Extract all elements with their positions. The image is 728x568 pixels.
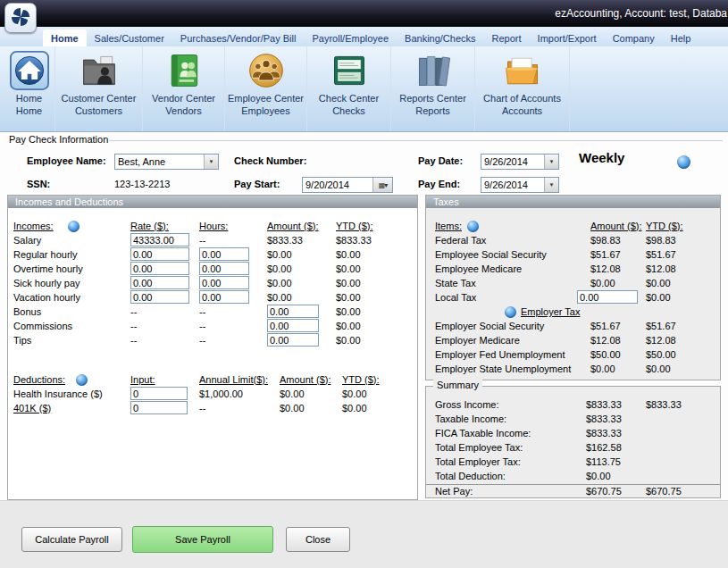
- title-bar: ezAccounting, Account: test, Databa: [0, 0, 728, 27]
- salary-rate-input[interactable]: [130, 233, 189, 246]
- vacation-hourly-rate-input[interactable]: [130, 290, 189, 304]
- pay-date-select[interactable]: 9/26/2014 ▼: [481, 154, 559, 170]
- chevron-down-icon: ▼: [544, 178, 558, 192]
- income-hours: --: [199, 334, 267, 347]
- toolbar-item-title: Customer Center: [62, 92, 137, 104]
- sick-hourly-hours-input[interactable]: [199, 276, 249, 289]
- tab-payroll-employee[interactable]: Payroll/Employee: [304, 29, 397, 46]
- employee-name-value: Best, Anne: [115, 155, 204, 169]
- items-column-header: Items:: [435, 221, 462, 231]
- check-number-input[interactable]: [314, 154, 395, 170]
- toolbar-item-customer-center[interactable]: Customer Center Customers: [55, 46, 143, 131]
- toolbar: Home Home Customer Center Customers: [0, 46, 728, 132]
- sick-hourly-rate-input[interactable]: [130, 276, 189, 289]
- deduction-ytd: $0.00: [342, 402, 417, 415]
- menu-bar: Home Sales/Customer Purchases/Vendor/Pay…: [0, 27, 728, 46]
- taxes-panel-title: Taxes: [426, 196, 720, 208]
- summary-label: Total Employer Tax:: [435, 455, 586, 469]
- pay-start-datepicker[interactable]: 9/20/2014 ▦▾: [302, 177, 393, 193]
- toolbar-item-subtitle: Accounts: [502, 104, 542, 117]
- ytd-column-header: YTD ($):: [336, 220, 417, 233]
- deductions-help-globe-icon[interactable]: [76, 374, 88, 386]
- tax-amount: $12.08: [590, 334, 646, 347]
- tab-company[interactable]: Company: [605, 29, 663, 46]
- toolbar-item-chart-of-accounts[interactable]: Chart of Accounts Accounts: [475, 46, 570, 131]
- tab-home[interactable]: Home: [43, 29, 87, 46]
- income-label: Overtime hourly: [13, 263, 130, 276]
- summary-ytd: $833.33: [646, 398, 720, 412]
- deduction-row-401k: 401K ($) -- $0.00 $0.00: [8, 401, 417, 415]
- income-hours: --: [199, 305, 267, 319]
- summary-row-taxable-income: Taxable Income: $833.33: [426, 412, 720, 426]
- k401-input[interactable]: [130, 401, 188, 414]
- income-ytd: $0.00: [336, 248, 417, 262]
- employee-name-select[interactable]: Best, Anne ▼: [114, 154, 219, 170]
- pay-end-select[interactable]: 9/26/2014 ▼: [481, 177, 559, 193]
- toolbar-item-employee-center[interactable]: Employee Center Employees: [225, 46, 307, 131]
- calendar-icon: ▦▾: [372, 178, 392, 192]
- tab-sales-customer[interactable]: Sales/Customer: [87, 29, 172, 46]
- income-row-regular-hourly: Regular hourly $0.00 $0.00: [8, 247, 417, 262]
- close-button[interactable]: Close: [286, 527, 350, 552]
- toolbar-item-vendor-center[interactable]: Vendor Center Vendors: [143, 46, 225, 131]
- input-column-header: Input:: [130, 373, 199, 387]
- app-window: ezAccounting, Account: test, Databa Home…: [0, 0, 728, 568]
- calculate-payroll-button[interactable]: Calculate Payroll: [21, 527, 122, 552]
- local-tax-input[interactable]: [577, 290, 638, 304]
- summary-amount: $833.33: [586, 427, 646, 440]
- taxes-help-globe-icon[interactable]: [467, 221, 479, 232]
- tab-import-export[interactable]: Import/Export: [530, 29, 605, 46]
- tab-report[interactable]: Report: [484, 29, 530, 46]
- toolbar-item-subtitle: Home: [16, 104, 42, 117]
- toolbar-item-reports-center[interactable]: Reports Center Reports: [391, 46, 475, 131]
- help-globe-icon[interactable]: [677, 155, 690, 169]
- tab-purchases-vendor-pay-bill[interactable]: Purchases/Vendor/Pay Bill: [172, 29, 305, 46]
- health-insurance-input[interactable]: [130, 387, 188, 400]
- tax-label: Employer Medicare: [435, 334, 590, 347]
- income-ytd: $0.00: [336, 263, 417, 276]
- income-hours: --: [199, 234, 267, 247]
- summary-title: Summary: [433, 380, 482, 390]
- employer-tax-header-label: Employer Tax: [521, 306, 580, 317]
- save-payroll-button[interactable]: Save Payroll: [132, 526, 273, 553]
- vacation-hourly-hours-input[interactable]: [199, 290, 249, 304]
- deduction-annual-limit: --: [199, 402, 280, 415]
- home-icon: [10, 49, 49, 92]
- chevron-down-icon: ▼: [544, 155, 558, 169]
- incomes-deductions-panel: Incomes and Deductions Incomes: Rate ($)…: [7, 195, 418, 500]
- tips-amount-input[interactable]: [267, 333, 319, 347]
- check-number-label: Check Number:: [234, 155, 306, 166]
- summary-label: Total Employee Tax:: [435, 441, 586, 455]
- tax-row-employee-medicare: Employee Medicare $12.08 $12.08: [426, 262, 720, 276]
- toolbar-item-title: Vendor Center: [152, 92, 215, 104]
- section-title: Pay Check Information: [9, 134, 108, 145]
- vendor-center-icon: [164, 49, 204, 92]
- income-row-commissions: Commissions -- -- $0.00: [8, 319, 417, 333]
- app-logo-button[interactable]: [4, 3, 37, 33]
- employer-tax-header: Employer Tax: [426, 305, 720, 319]
- overtime-hourly-hours-input[interactable]: [199, 262, 249, 275]
- tax-row-employer-state-unemployment: Employer State Unemployment $0.00 $0.00: [426, 362, 720, 376]
- bonus-amount-input[interactable]: [267, 305, 319, 318]
- tab-help[interactable]: Help: [663, 29, 699, 46]
- tab-banking-checks[interactable]: Banking/Checks: [397, 29, 484, 46]
- incomes-help-globe-icon[interactable]: [68, 221, 79, 232]
- toolbar-item-home[interactable]: Home Home: [4, 46, 55, 131]
- summary-row-gross-income: Gross Income: $833.33 $833.33: [426, 397, 720, 412]
- customer-center-icon: [79, 49, 119, 92]
- regular-hourly-hours-input[interactable]: [199, 247, 249, 261]
- tax-ytd: $51.67: [646, 248, 720, 262]
- toolbar-item-subtitle: Customers: [75, 104, 122, 117]
- toolbar-item-title: Chart of Accounts: [483, 92, 561, 104]
- regular-hourly-rate-input[interactable]: [130, 247, 189, 261]
- deductions-header-row: Deductions: Input: Annual Limit($): Amou…: [8, 372, 417, 387]
- commissions-amount-input[interactable]: [267, 319, 319, 332]
- toolbar-item-check-center[interactable]: Check Center Checks: [307, 46, 391, 131]
- pay-date-value: 9/26/2014: [481, 155, 544, 169]
- employer-tax-help-globe-icon[interactable]: [505, 306, 516, 318]
- summary-ytd: $670.75: [646, 485, 720, 498]
- overtime-hourly-rate-input[interactable]: [130, 262, 189, 275]
- income-ytd: $0.00: [336, 277, 417, 290]
- taxes-panel: Taxes Items: Amount ($): YTD ($): Federa…: [425, 195, 721, 380]
- tax-row-federal: Federal Tax $98.83 $98.83: [426, 233, 720, 247]
